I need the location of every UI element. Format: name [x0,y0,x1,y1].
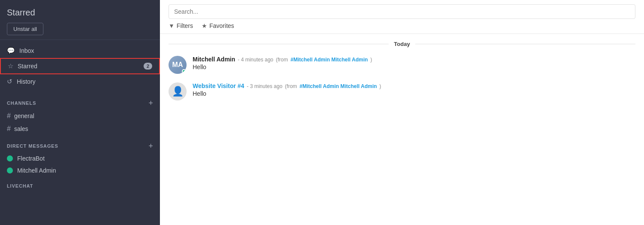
message-item: 👤 Website Visitor #4 - 3 minutes ago (fr… [169,78,635,105]
messages-area: Today MA Mitchell Admin - 4 minutes ago … [160,34,644,225]
message-from-channel[interactable]: #Mitchell Admin Mitchell Admin [291,57,368,63]
add-channel-button[interactable]: + [148,99,153,107]
filter-icon: ▼ [169,22,175,29]
dm-label: FlectraBot [17,155,45,162]
filter-row: ▼ Filters ★ Favorites [169,22,635,29]
sidebar-item-label: Inbox [19,47,153,54]
hash-icon: # [7,125,11,133]
message-from-channel[interactable]: #Mitchell Admin Mitchell Admin [300,83,377,89]
message-header: Mitchell Admin - 4 minutes ago (from #Mi… [193,56,372,63]
sidebar-item-starred[interactable]: ☆ Starred 2 [0,58,160,74]
dm-status-dot [7,167,13,173]
sidebar-item-history[interactable]: ↺ History [0,74,160,89]
main-panel: ▼ Filters ★ Favorites Today MA Mitchell … [160,0,644,225]
message-from-close: ) [371,57,372,63]
dm-status-dot [7,155,13,161]
livechat-section-header: LIVECHAT [0,176,160,191]
dm-item-flectrabot[interactable]: FlectraBot [0,152,160,164]
sidebar-item-label: Starred [18,63,144,70]
sidebar-title: Starred [7,8,153,18]
date-divider-today: Today [169,34,635,52]
message-time: - 3 minutes ago [247,83,282,89]
sidebar-item-label: History [17,78,153,85]
inbox-icon: 💬 [7,47,15,55]
dm-label: Mitchell Admin [17,167,56,174]
message-content: Website Visitor #4 - 3 minutes ago (from… [193,82,381,97]
message-content: Mitchell Admin - 4 minutes ago (from #Mi… [193,56,372,70]
sidebar-item-inbox[interactable]: 💬 Inbox [0,43,160,58]
sidebar-badge-starred: 2 [144,63,152,70]
message-from-prefix: (from [276,57,288,63]
dm-section-header: DIRECT MESSAGES + [0,135,160,152]
channel-item-sales[interactable]: # sales [0,122,160,135]
starred-icon: ☆ [8,62,13,70]
message-text: Hello [193,64,372,70]
message-from-close: ) [380,83,381,89]
channel-label: general [14,112,34,119]
dm-item-mitchell[interactable]: Mitchell Admin [0,164,160,176]
history-icon: ↺ [7,78,12,85]
add-dm-button[interactable]: + [148,142,153,150]
filters-button[interactable]: ▼ Filters [169,22,193,29]
search-input[interactable] [169,4,635,19]
avatar: 👤 [169,82,187,100]
message-time: - 4 minutes ago [238,57,273,63]
favorites-button[interactable]: ★ Favorites [202,22,234,29]
hash-icon: # [7,112,11,120]
sidebar-nav: 💬 Inbox ☆ Starred 2 ↺ History [0,40,160,92]
message-item: MA Mitchell Admin - 4 minutes ago (from … [169,52,635,78]
message-from-prefix: (from [285,83,297,89]
star-icon: ★ [202,22,207,29]
sidebar-header: Starred Unstar all [0,0,160,40]
topbar: ▼ Filters ★ Favorites [160,0,644,34]
unstar-all-button[interactable]: Unstar all [7,23,43,35]
channel-label: sales [14,125,28,132]
message-author: Mitchell Admin [193,56,235,63]
avatar: MA [169,56,187,74]
sidebar: Starred Unstar all 💬 Inbox ☆ Starred 2 ↺… [0,0,160,225]
channels-section-header: CHANNELS + [0,92,160,109]
channel-item-general[interactable]: # general [0,109,160,122]
message-header: Website Visitor #4 - 3 minutes ago (from… [193,82,381,89]
online-indicator [182,69,186,73]
message-author[interactable]: Website Visitor #4 [193,82,244,89]
message-text: Hello [193,90,381,97]
